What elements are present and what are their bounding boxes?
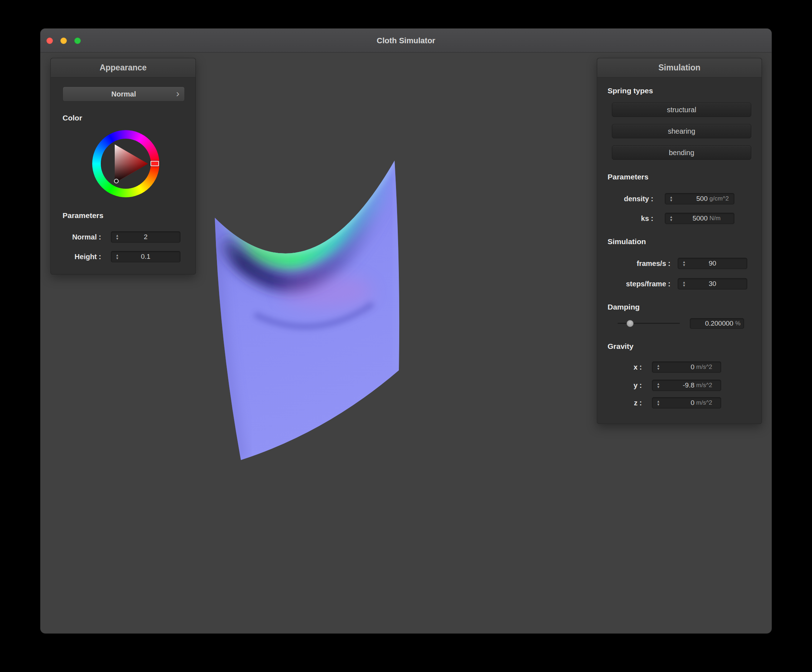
traffic-lights bbox=[46, 29, 81, 53]
gravity-y-field[interactable]: ▴ ▾ -9.8 m/s^2 bbox=[652, 380, 721, 391]
spring-bending-button[interactable]: bending bbox=[612, 145, 751, 160]
appearance-header: Appearance bbox=[51, 58, 196, 78]
simulation-section-label: Simulation bbox=[607, 237, 646, 246]
gravity-x-unit: m/s^2 bbox=[696, 363, 718, 371]
simulation-parameters-label: Parameters bbox=[607, 173, 648, 181]
damping-slider-handle[interactable] bbox=[626, 320, 634, 327]
ks-stepper[interactable]: ▴ ▾ bbox=[667, 213, 676, 224]
density-field[interactable]: ▴ ▾ 500 g/cm^2 bbox=[665, 193, 734, 205]
damping-value[interactable]: 0.200000 bbox=[705, 319, 734, 327]
stepper-down-icon[interactable]: ▾ bbox=[657, 385, 659, 389]
gravity-z-stepper[interactable]: ▴ ▾ bbox=[654, 397, 663, 408]
frames-value[interactable]: 90 bbox=[709, 259, 716, 268]
density-value[interactable]: 500 bbox=[696, 195, 708, 203]
shader-dropdown[interactable]: Normal › bbox=[63, 87, 185, 102]
ks-unit: N/m bbox=[710, 215, 731, 222]
density-label: density : bbox=[624, 193, 653, 205]
ks-label: ks : bbox=[641, 213, 653, 224]
steps-label: steps/frame : bbox=[626, 278, 671, 290]
height-field[interactable]: ▴ ▾ 0.1 bbox=[111, 251, 181, 263]
stepper-down-icon[interactable]: ▾ bbox=[670, 218, 672, 222]
frames-label: frames/s : bbox=[637, 258, 671, 269]
appearance-panel: Appearance Normal › Color bbox=[50, 58, 196, 275]
simulation-header: Simulation bbox=[597, 58, 762, 78]
damping-unit: % bbox=[735, 320, 740, 327]
gravity-z-unit: m/s^2 bbox=[696, 399, 718, 406]
frames-field[interactable]: ▴ ▾ 90 bbox=[677, 258, 747, 269]
gravity-label: Gravity bbox=[607, 342, 633, 351]
sv-triangle[interactable] bbox=[101, 139, 151, 189]
stepper-down-icon[interactable]: ▾ bbox=[670, 199, 672, 202]
title-bar[interactable]: Cloth Simulator bbox=[40, 29, 772, 53]
stepper-down-icon[interactable]: ▾ bbox=[657, 367, 659, 370]
hue-marker[interactable] bbox=[150, 161, 159, 166]
height-value[interactable]: 0.1 bbox=[141, 253, 150, 261]
ks-field[interactable]: ▴ ▾ 5000 N/m bbox=[665, 213, 734, 224]
gravity-x-label: x : bbox=[634, 362, 642, 373]
normal-label: Normal : bbox=[72, 231, 101, 243]
spring-shearing-button[interactable]: shearing bbox=[612, 124, 751, 138]
damping-label: Damping bbox=[607, 303, 640, 311]
spring-types-label: Spring types bbox=[607, 87, 653, 95]
density-stepper[interactable]: ▴ ▾ bbox=[667, 193, 676, 204]
color-section-label: Color bbox=[63, 114, 82, 122]
window-title: Cloth Simulator bbox=[40, 29, 772, 53]
gravity-y-stepper[interactable]: ▴ ▾ bbox=[654, 380, 663, 391]
minimize-button[interactable] bbox=[60, 38, 67, 44]
sv-marker[interactable] bbox=[114, 179, 119, 183]
normal-value[interactable]: 2 bbox=[144, 233, 148, 241]
gravity-x-value[interactable]: 0 bbox=[691, 363, 694, 371]
steps-field[interactable]: ▴ ▾ 30 bbox=[677, 278, 747, 290]
ks-value[interactable]: 5000 bbox=[693, 215, 708, 222]
appearance-parameters-label: Parameters bbox=[63, 211, 103, 220]
gravity-y-label: y : bbox=[634, 380, 642, 391]
close-button[interactable] bbox=[46, 38, 53, 44]
app-window: Cloth Simulator bbox=[40, 29, 772, 633]
damping-field[interactable]: 0.200000 % bbox=[690, 318, 744, 329]
gravity-z-label: z : bbox=[634, 397, 642, 409]
gravity-x-stepper[interactable]: ▴ ▾ bbox=[654, 362, 663, 372]
simulation-panel: Simulation Spring types structural shear… bbox=[597, 58, 762, 424]
spring-structural-button[interactable]: structural bbox=[612, 102, 751, 117]
normal-field[interactable]: ▴ ▾ 2 bbox=[111, 231, 181, 243]
density-unit: g/cm^2 bbox=[710, 195, 731, 202]
gravity-z-field[interactable]: ▴ ▾ 0 m/s^2 bbox=[652, 397, 721, 409]
chevron-right-icon: › bbox=[176, 88, 179, 99]
steps-value[interactable]: 30 bbox=[709, 280, 716, 288]
color-wheel[interactable] bbox=[92, 130, 159, 197]
stepper-down-icon[interactable]: ▾ bbox=[657, 403, 659, 406]
gravity-y-unit: m/s^2 bbox=[696, 382, 718, 389]
shader-dropdown-value: Normal bbox=[111, 90, 136, 98]
gravity-y-value[interactable]: -9.8 bbox=[682, 381, 694, 389]
zoom-button[interactable] bbox=[74, 38, 81, 44]
gravity-x-field[interactable]: ▴ ▾ 0 m/s^2 bbox=[652, 362, 721, 373]
height-label: Height : bbox=[75, 251, 101, 263]
gravity-z-value[interactable]: 0 bbox=[691, 399, 694, 407]
